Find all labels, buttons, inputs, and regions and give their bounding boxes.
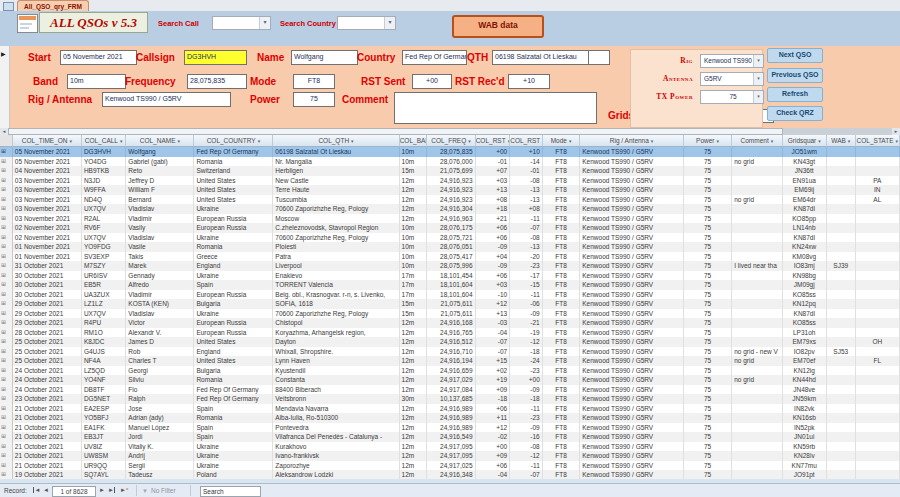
chevron-down-icon[interactable]: ▾ (384, 17, 395, 29)
cell-col-bai[interactable]: 15m (400, 299, 428, 309)
cell-col-rst[interactable]: -09 (476, 242, 511, 252)
cell-col-call[interactable]: UW8SM (82, 451, 126, 461)
cell-comment[interactable] (732, 185, 782, 195)
cell-col-rst[interactable]: +06 (476, 404, 511, 414)
table-row[interactable]: ⊞25 October 2021K8JDCJames DUnited State… (0, 337, 900, 347)
column-dropdown-icon[interactable]: ▾ (120, 138, 123, 144)
cell-wab[interactable] (827, 309, 856, 319)
record-selector-bar[interactable]: ▶ (0, 46, 10, 128)
cell-col-country[interactable]: Ukraine (194, 442, 273, 452)
cell-wab[interactable]: SJ39 (827, 261, 856, 271)
cell-col-bai[interactable]: 15m (400, 309, 428, 319)
cell-col-bai[interactable]: 12m (400, 461, 428, 471)
column-dropdown-icon[interactable]: ▾ (717, 138, 720, 144)
cell-col-freq[interactable]: 18,101,604 (427, 290, 475, 300)
cell-col-time-on[interactable]: 03 November 2021 (13, 204, 82, 214)
cell-wab[interactable] (827, 166, 856, 176)
cell-col-qth[interactable]: Whixall, Shropshire. (273, 347, 399, 357)
cell-col-qth[interactable]: Terre Haute (273, 185, 399, 195)
cell-col-call[interactable]: UX7QV (82, 204, 126, 214)
new-record-icon[interactable]: ►* (120, 487, 128, 493)
cell-power[interactable]: 75 (684, 318, 732, 328)
cell-col-call[interactable]: YO4NF (82, 375, 126, 385)
expand-row-icon[interactable]: ⊞ (0, 214, 13, 224)
cell-rig-antenna[interactable]: Kenwood TS990 / G5RV (580, 176, 684, 186)
cell-col-state[interactable] (856, 413, 900, 423)
cell-comment[interactable]: no grid (732, 157, 782, 167)
cell-col-rst[interactable]: +06 (476, 271, 511, 281)
cell-gridsquar[interactable]: KN44hd (783, 375, 827, 385)
first-record-icon[interactable]: ◄ (33, 487, 40, 493)
cell-col-bai[interactable]: 12m (400, 442, 428, 452)
search-call-combo[interactable]: ▾ (212, 16, 271, 30)
table-row[interactable]: ⊞05 November 2021YO4DGGabriel (gabi)Roma… (0, 157, 900, 167)
cell-col-state[interactable] (856, 261, 900, 271)
cell-col-bai[interactable]: 12m (400, 204, 428, 214)
cell-col-country[interactable]: Ukraine (194, 309, 273, 319)
cell-col-call[interactable]: UV8IZ (82, 442, 126, 452)
cell-col-time-on[interactable]: 05 November 2021 (13, 157, 82, 167)
cell-wab[interactable] (827, 185, 856, 195)
cell-col-qth[interactable]: Kurakhovo (273, 442, 399, 452)
cell-col-bai[interactable]: 12m (400, 385, 428, 395)
column-dropdown-icon[interactable]: ▾ (468, 138, 471, 144)
cell-power[interactable]: 75 (684, 252, 732, 262)
column-dropdown-icon[interactable]: ▾ (771, 138, 774, 144)
expand-row-icon[interactable]: ⊞ (0, 261, 13, 271)
expand-row-icon[interactable]: ⊞ (0, 176, 13, 186)
table-row[interactable]: ⊞04 November 2021HB9TKBRetoSwitzerlandHe… (0, 166, 900, 176)
cell-gridsquar[interactable]: IO82pv (783, 347, 827, 357)
cell-col-state[interactable] (856, 461, 900, 471)
cell-power[interactable]: 75 (684, 385, 732, 395)
cell-power[interactable]: 75 (684, 375, 732, 385)
expand-row-icon[interactable]: ⊞ (0, 204, 13, 214)
cell-col-country[interactable]: European Russia (194, 223, 273, 233)
cell-col-bai[interactable]: 12m (400, 185, 428, 195)
cell-col-qth[interactable]: 70600 Zaporizhzhe Reg, Pology (273, 233, 399, 243)
table-row[interactable]: ⊞29 October 2021R4PUVictorEuropean Russi… (0, 318, 900, 328)
cell-gridsquar[interactable]: KN87dl (783, 233, 827, 243)
cell-mode[interactable]: FT8 (543, 280, 581, 290)
cell-wab[interactable] (827, 290, 856, 300)
cell-rig-antenna[interactable]: Kenwood TS990 / G5RV (580, 423, 684, 433)
cell-gridsquar[interactable]: KN98bg (783, 271, 827, 281)
cell-col-name[interactable]: Charles T (126, 356, 194, 366)
cell-col-country[interactable]: European Russia (194, 328, 273, 338)
cell-col-rst[interactable]: +21 (476, 214, 511, 224)
table-row[interactable]: ⊞24 October 2021YO4NFSilviuRomaniaConsta… (0, 375, 900, 385)
rig-antenna-field[interactable]: Kenwood TS990 / G5RV (102, 92, 231, 107)
chevron-down-icon[interactable]: ▾ (753, 55, 763, 67)
cell-col-bai[interactable]: 12m (400, 337, 428, 347)
cell-col-name[interactable]: Alfredo (126, 280, 194, 290)
cell-col-rst[interactable]: +09 (476, 451, 511, 461)
cell-col-freq[interactable]: 28,075,417 (427, 252, 475, 262)
cell-col-bai[interactable]: 12m (400, 176, 428, 186)
table-row[interactable]: ⊞21 October 2021UW8SMAndrijUkraineIvano-… (0, 451, 900, 461)
cell-col-time-on[interactable]: 24 October 2021 (13, 385, 82, 395)
cell-rig-antenna[interactable]: Kenwood TS990 / G5RV (580, 432, 684, 442)
cell-col-rst[interactable]: -08 (510, 176, 543, 186)
expand-row-icon[interactable]: ⊞ (0, 385, 13, 395)
cell-col-qth[interactable]: Pontevedra (273, 423, 399, 433)
cell-power[interactable]: 75 (684, 299, 732, 309)
cell-col-rst[interactable]: -13 (510, 195, 543, 205)
cell-col-time-on[interactable]: 29 October 2021 (13, 318, 82, 328)
cell-col-name[interactable]: Vitaliy K. (126, 442, 194, 452)
column-dropdown-icon[interactable]: ▾ (569, 138, 572, 144)
cell-col-rst[interactable]: -12 (510, 337, 543, 347)
cell-col-bai[interactable]: 12m (400, 413, 428, 423)
column-header-col-freq[interactable]: COL_FREQ▾ (427, 135, 475, 147)
cell-col-time-on[interactable]: 02 November 2021 (13, 233, 82, 243)
cell-col-country[interactable]: Spain (194, 432, 273, 442)
cell-rig-antenna[interactable]: Kenwood TS990 / G5RV (580, 347, 684, 357)
cell-power[interactable]: 75 (684, 413, 732, 423)
cell-col-rst[interactable]: -11 (510, 214, 543, 224)
cell-rig-antenna[interactable]: Kenwood TS990 / G5RV (580, 451, 684, 461)
cell-col-country[interactable]: United States (194, 195, 273, 205)
cell-col-name[interactable]: Vladimir (126, 214, 194, 224)
cell-mode[interactable]: FT8 (543, 385, 581, 395)
column-dropdown-icon[interactable]: ▾ (651, 138, 654, 144)
expand-row-icon[interactable]: ⊞ (0, 461, 13, 471)
cell-col-rst[interactable]: -19 (510, 328, 543, 338)
cell-wab[interactable] (827, 252, 856, 262)
